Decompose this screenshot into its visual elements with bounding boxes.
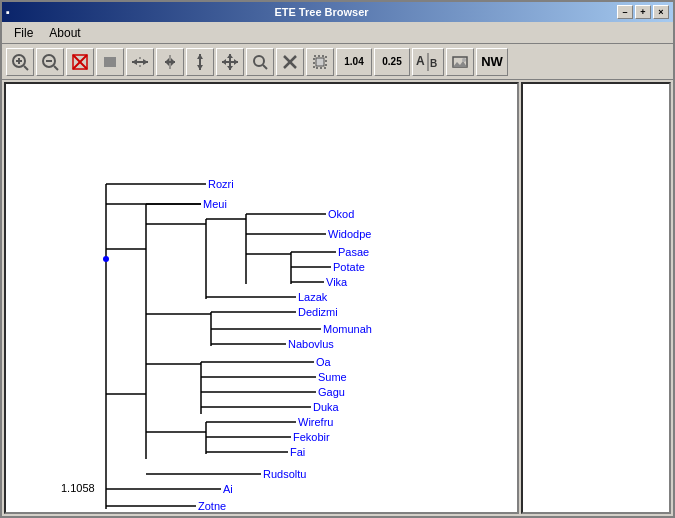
svg-point-40 <box>462 58 466 62</box>
svg-marker-28 <box>234 59 238 65</box>
search-icon <box>251 53 269 71</box>
zoom-out-button[interactable] <box>36 48 64 76</box>
svg-rect-34 <box>316 58 324 66</box>
scale-label: 1.1058 <box>61 482 95 494</box>
reset-button[interactable] <box>66 48 94 76</box>
svg-line-30 <box>263 65 267 69</box>
svg-text:Potate: Potate <box>333 261 365 273</box>
resize-v-icon <box>191 53 209 71</box>
svg-text:B: B <box>430 58 437 69</box>
delete-button[interactable] <box>276 48 304 76</box>
text-icon: A B <box>415 51 441 73</box>
svg-marker-22 <box>197 65 203 70</box>
svg-text:Zotne: Zotne <box>198 500 226 512</box>
tree-svg: Rozri Meui <box>6 84 496 514</box>
svg-point-29 <box>254 56 264 66</box>
svg-text:Sume: Sume <box>318 371 347 383</box>
window-icon: ▪ <box>6 6 26 18</box>
minimize-button[interactable]: – <box>617 5 633 19</box>
main-area: Rozri Meui <box>2 80 673 516</box>
svg-text:Dedizmi: Dedizmi <box>298 306 338 318</box>
svg-text:Rudsoltu: Rudsoltu <box>263 468 306 480</box>
svg-text:Wirefru: Wirefru <box>298 416 333 428</box>
fit-button[interactable] <box>96 48 124 76</box>
svg-text:Rozri: Rozri <box>208 178 234 190</box>
svg-marker-21 <box>197 54 203 59</box>
nw-button[interactable]: NW <box>476 48 508 76</box>
svg-marker-27 <box>222 59 226 65</box>
svg-text:Pasae: Pasae <box>338 246 369 258</box>
side-panel <box>521 82 671 514</box>
tree-panel[interactable]: Rozri Meui <box>4 82 519 514</box>
svg-text:Vika: Vika <box>326 276 348 288</box>
resize-v-button[interactable] <box>186 48 214 76</box>
svg-text:Oa: Oa <box>316 356 332 368</box>
scale2-button[interactable]: 0.25 <box>374 48 410 76</box>
svg-text:Lazak: Lazak <box>298 291 328 303</box>
svg-marker-18 <box>171 58 175 66</box>
svg-line-6 <box>54 66 58 70</box>
move-h-button[interactable] <box>126 48 154 76</box>
image-icon <box>451 53 469 71</box>
select-all-icon <box>311 53 329 71</box>
image-button[interactable] <box>446 48 474 76</box>
svg-marker-13 <box>143 59 148 65</box>
move-v-button[interactable] <box>156 48 184 76</box>
text-button[interactable]: A B <box>412 48 444 76</box>
resize-icon <box>221 53 239 71</box>
svg-text:Widodpe: Widodpe <box>328 228 371 240</box>
svg-text:Okod: Okod <box>328 208 354 220</box>
resize-button[interactable] <box>216 48 244 76</box>
fit-icon <box>101 53 119 71</box>
svg-text:Fai: Fai <box>290 446 305 458</box>
svg-text:A: A <box>416 54 425 68</box>
svg-marker-25 <box>227 54 233 58</box>
maximize-button[interactable]: + <box>635 5 651 19</box>
title-bar: ▪ ETE Tree Browser – + × <box>2 2 673 22</box>
scale1-button[interactable]: 1.04 <box>336 48 372 76</box>
svg-rect-10 <box>104 57 116 67</box>
window-controls: – + × <box>617 5 669 19</box>
search-button[interactable] <box>246 48 274 76</box>
zoom-in-icon <box>11 53 29 71</box>
svg-text:Nabovlus: Nabovlus <box>288 338 334 350</box>
menu-file[interactable]: File <box>6 24 41 42</box>
menu-bar: File About <box>2 22 673 44</box>
svg-text:Fekobir: Fekobir <box>293 431 330 443</box>
menu-about[interactable]: About <box>41 24 88 42</box>
reset-icon <box>71 53 89 71</box>
svg-marker-39 <box>453 61 467 67</box>
delete-icon <box>281 53 299 71</box>
main-window: ▪ ETE Tree Browser – + × File About <box>0 0 675 518</box>
move-h-icon <box>131 53 149 71</box>
zoom-in-button[interactable] <box>6 48 34 76</box>
svg-text:Gagu: Gagu <box>318 386 345 398</box>
select-all-button[interactable] <box>306 48 334 76</box>
svg-text:Duka: Duka <box>313 401 340 413</box>
svg-marker-17 <box>165 58 169 66</box>
toolbar: 1.04 0.25 A B NW <box>2 44 673 80</box>
svg-text:Meui: Meui <box>203 198 227 210</box>
move-v-icon <box>161 53 179 71</box>
svg-marker-26 <box>227 66 233 70</box>
svg-point-104 <box>103 256 109 262</box>
svg-text:Ai: Ai <box>223 483 233 495</box>
zoom-out-icon <box>41 53 59 71</box>
close-button[interactable]: × <box>653 5 669 19</box>
window-title: ETE Tree Browser <box>26 6 617 18</box>
svg-text:Momunah: Momunah <box>323 323 372 335</box>
svg-marker-12 <box>132 59 137 65</box>
svg-line-3 <box>24 66 28 70</box>
